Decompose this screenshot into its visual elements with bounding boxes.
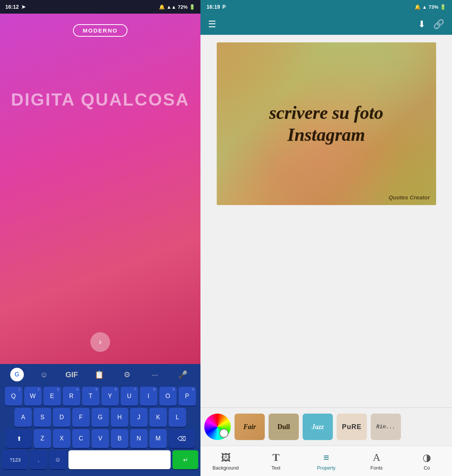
key-a[interactable]: A xyxy=(14,408,32,427)
right-signal-icon: ▲ xyxy=(422,4,427,10)
download-button[interactable]: ⬇ xyxy=(418,19,426,30)
voice-icon[interactable]: 🎤 xyxy=(175,367,190,382)
emoji-key[interactable]: ☺ xyxy=(49,450,67,469)
left-status-left: 16:12 ➤ xyxy=(5,4,26,10)
right-time: 16:19 xyxy=(207,4,220,10)
tab-fonts[interactable]: A Fonts xyxy=(358,451,396,471)
key-i[interactable]: I8 xyxy=(140,387,157,406)
key-e[interactable]: E3 xyxy=(43,387,61,406)
key-p[interactable]: P0 xyxy=(179,387,196,406)
menu-button[interactable]: ☰ xyxy=(208,19,216,30)
theme-jazz-card[interactable]: Jazz xyxy=(303,414,333,440)
text-tab-icon: T xyxy=(272,451,280,464)
tab-background[interactable]: 🖼 Background xyxy=(207,452,245,471)
co-tab-icon: ◑ xyxy=(422,452,431,464)
fonts-tab-label: Fonts xyxy=(370,465,383,471)
key-q[interactable]: Q1 xyxy=(5,387,22,406)
key-h[interactable]: H xyxy=(111,408,128,427)
right-toolbar: ☰ ⬇ 🔗 xyxy=(200,14,452,35)
key-r[interactable]: R4 xyxy=(63,387,80,406)
theme-fair-card[interactable]: Fair xyxy=(235,414,265,440)
key-s[interactable]: S xyxy=(34,408,51,427)
key-f[interactable]: F xyxy=(72,408,90,427)
tab-property[interactable]: ≡ Property xyxy=(308,452,345,471)
key-n[interactable]: N xyxy=(130,429,148,448)
theme-dull-card[interactable]: Dull xyxy=(269,414,299,440)
google-key[interactable]: G xyxy=(10,368,24,381)
key-x[interactable]: X xyxy=(53,429,70,448)
right-silent-icon: 🔔 xyxy=(415,4,421,10)
comma-key[interactable]: , xyxy=(30,450,47,469)
settings-icon[interactable]: ⚙ xyxy=(120,367,135,382)
digita-placeholder[interactable]: DIGITA QUALCOSA xyxy=(11,90,189,110)
emoji-toolbar-icon[interactable]: ☺ xyxy=(36,367,51,382)
theme-ring-card[interactable]: Rin... xyxy=(371,414,401,440)
key-d[interactable]: D xyxy=(53,408,70,427)
more-icon[interactable]: ··· xyxy=(148,367,163,382)
next-arrow-button[interactable]: › xyxy=(90,332,110,352)
theme-pure-card[interactable]: PuRE xyxy=(337,414,367,440)
key-v[interactable]: V xyxy=(92,429,109,448)
key-k[interactable]: K xyxy=(149,408,167,427)
left-gradient-area: MODERNO DIGITA QUALCOSA › xyxy=(0,14,200,364)
right-content-area: scrivere su fotoInstagram Quotes Creator xyxy=(200,35,452,408)
bottom-tab-bar: 🖼 Background T Text ≡ Property A Fonts ◑… xyxy=(200,446,452,476)
key-m[interactable]: M xyxy=(149,429,167,448)
key-z[interactable]: Z xyxy=(34,429,51,448)
keyboard-row-2: A S D F G H J K L xyxy=(2,408,198,427)
key-l[interactable]: L xyxy=(169,408,186,427)
shift-key[interactable]: ⬆ xyxy=(6,429,32,448)
tab-co[interactable]: ◑ Co xyxy=(408,452,446,471)
key-j[interactable]: J xyxy=(130,408,148,427)
key-g[interactable]: G xyxy=(92,408,109,427)
property-tab-icon: ≡ xyxy=(323,452,329,464)
gif-key[interactable]: GIF xyxy=(64,367,79,382)
key-u[interactable]: U7 xyxy=(121,387,138,406)
moderno-badge[interactable]: MODERNO xyxy=(73,24,127,37)
keyboard-toolbar: G ☺ GIF 📋 ⚙ ··· 🎤 xyxy=(0,364,200,385)
backspace-key[interactable]: ⌫ xyxy=(169,429,194,448)
left-nav-icon: ➤ xyxy=(21,4,26,10)
clipboard-icon[interactable]: 📋 xyxy=(92,367,107,382)
keyboard-rows: Q1 W2 E3 R4 T5 Y6 U7 I8 O9 P0 A S D F G … xyxy=(0,385,200,473)
key-y[interactable]: Y6 xyxy=(101,387,119,406)
right-batt-icon: 🔋 xyxy=(440,4,446,10)
key-t[interactable]: T5 xyxy=(82,387,99,406)
left-silent-icon: 🔔 xyxy=(159,4,165,10)
right-bottom: Fair Dull Jazz PuRE Rin... 🖼 Background … xyxy=(200,408,452,476)
property-tab-label: Property xyxy=(317,465,336,471)
right-panel: 16:19 P 🔔 ▲ 73% 🔋 ☰ ⬇ 🔗 scrivere su foto… xyxy=(200,0,452,476)
background-tab-icon: 🖼 xyxy=(221,452,231,464)
theme-strip: Fair Dull Jazz PuRE Rin... xyxy=(200,408,452,446)
text-tab-label: Text xyxy=(272,465,281,471)
right-p-icon: P xyxy=(222,4,226,10)
right-status-bar: 16:19 P 🔔 ▲ 73% 🔋 xyxy=(200,0,452,14)
quote-main-text: scrivere su fotoInstagram xyxy=(269,102,383,145)
enter-key[interactable]: ↵ xyxy=(172,450,198,469)
num-key[interactable]: ?123 xyxy=(2,450,28,469)
key-c[interactable]: C xyxy=(72,429,90,448)
fonts-tab-icon: A xyxy=(373,451,380,464)
keyboard-area: G ☺ GIF 📋 ⚙ ··· 🎤 Q1 W2 E3 R4 T5 Y6 U7 I… xyxy=(0,364,200,476)
key-b[interactable]: B xyxy=(111,429,128,448)
right-status-right: 🔔 ▲ 73% 🔋 xyxy=(415,4,446,10)
quote-watermark: Quotes Creator xyxy=(388,194,430,201)
left-panel: 16:12 ➤ 🔔 ▲▲ 72% 🔋 MODERNO DIGITA QUALCO… xyxy=(0,0,200,476)
left-batt: 72% xyxy=(178,4,188,10)
key-w[interactable]: W2 xyxy=(24,387,42,406)
co-tab-label: Co xyxy=(424,465,430,471)
quote-text-block: scrivere su fotoInstagram xyxy=(258,94,395,153)
key-o[interactable]: O9 xyxy=(159,387,177,406)
left-status-right: 🔔 ▲▲ 72% 🔋 xyxy=(159,4,195,10)
keyboard-row-4: ?123 , ☺ ↵ xyxy=(2,450,198,469)
share-button[interactable]: 🔗 xyxy=(433,19,444,30)
background-tab-label: Background xyxy=(213,465,239,471)
left-time: 16:12 xyxy=(5,4,19,10)
space-key[interactable] xyxy=(68,450,171,469)
left-signal-icon: ▲▲ xyxy=(166,4,176,10)
keyboard-row-1: Q1 W2 E3 R4 T5 Y6 U7 I8 O9 P0 xyxy=(2,387,198,406)
tab-text[interactable]: T Text xyxy=(257,451,295,471)
quote-image[interactable]: scrivere su fotoInstagram Quotes Creator xyxy=(217,42,436,205)
right-status-left: 16:19 P xyxy=(207,4,226,10)
color-wheel[interactable] xyxy=(204,414,231,440)
